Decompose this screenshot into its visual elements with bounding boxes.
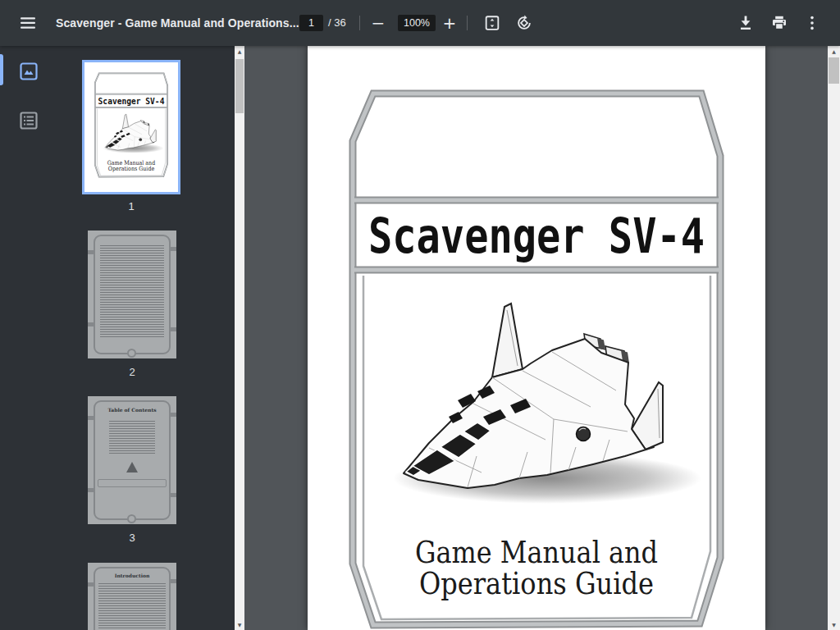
pdf-viewer-app: Scavenger - Game Manual and Operations..…	[0, 0, 840, 630]
page-thumbnail-3[interactable]: Table of Contents	[88, 396, 176, 524]
scroll-down-icon[interactable]: ▼	[828, 619, 840, 630]
thumbnail-label: 1	[82, 200, 180, 212]
thumbnail-page-frame	[94, 400, 171, 520]
document-title: Scavenger - Game Manual and Operations..…	[56, 0, 299, 46]
print-icon[interactable]	[769, 13, 789, 33]
thumbnail-cover-art	[86, 64, 176, 190]
thumbnail-label: 2	[83, 366, 181, 378]
pdf-page-1	[308, 46, 765, 630]
scroll-up-icon[interactable]: ▲	[828, 46, 840, 57]
page-thumbnail-2[interactable]	[88, 231, 176, 358]
page-number-input[interactable]	[299, 15, 323, 31]
toolbar-divider	[359, 16, 360, 30]
document-viewer	[244, 46, 828, 630]
fit-to-page-icon[interactable]	[482, 13, 502, 33]
thumbnail-sidebar: 1 2 Table of Contents 3 Introduction	[0, 46, 235, 630]
thumbnail-frame-ornament	[127, 349, 136, 358]
zoom-in-icon[interactable]: +	[440, 13, 459, 33]
thumbnail-label: 3	[83, 532, 181, 544]
scroll-down-icon[interactable]: ▼	[235, 619, 244, 630]
thumbnail-frame-ornament	[127, 514, 136, 523]
main-scrollbar[interactable]: ▲ ▼	[828, 46, 840, 630]
page-thumbnail-1[interactable]	[82, 60, 180, 194]
more-options-icon[interactable]	[802, 13, 822, 33]
rotate-icon[interactable]	[514, 13, 534, 33]
active-view-indicator	[0, 54, 3, 85]
main-scrollbar-thumb[interactable]	[829, 57, 839, 84]
outline-view-icon[interactable]	[18, 110, 39, 131]
thumbnails-view-icon[interactable]	[18, 61, 39, 82]
cover-page-art	[308, 46, 765, 630]
zoom-level: 100%	[398, 15, 436, 31]
page-thumbnail-4[interactable]: Introduction	[88, 563, 176, 630]
sidebar-scrollbar-thumb[interactable]	[235, 59, 244, 113]
download-icon[interactable]	[736, 13, 756, 33]
page-count: / 36	[328, 0, 346, 46]
thumbnail-page-frame	[94, 235, 171, 354]
sidebar-scrollbar[interactable]: ▲ ▼	[235, 46, 244, 630]
toolbar-divider	[467, 16, 468, 30]
zoom-out-icon[interactable]: −	[368, 13, 388, 33]
scroll-up-icon[interactable]: ▲	[235, 46, 244, 57]
thumbnail-page-frame	[94, 567, 171, 630]
menu-icon[interactable]	[16, 11, 39, 34]
toolbar: Scavenger - Game Manual and Operations..…	[0, 0, 840, 46]
